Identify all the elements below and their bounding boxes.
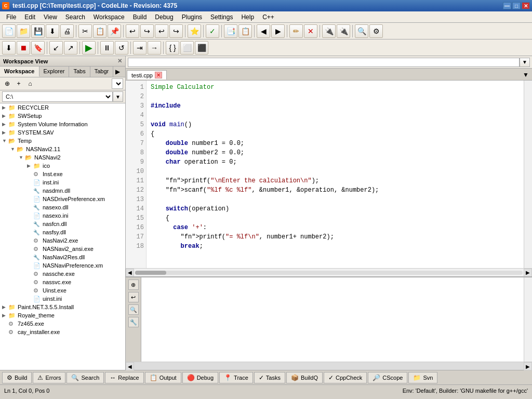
tree-item[interactable]: ▶ Uinst.exe [0, 286, 125, 295]
tab-close-button[interactable]: ✕ [155, 72, 162, 78]
path-select[interactable]: C:\ [2, 91, 113, 102]
tree-item[interactable]: ▶ nasdmn.dll [0, 187, 125, 195]
tree-item[interactable]: ▶ NasNavi2Res.dll [0, 253, 125, 261]
tree-item[interactable]: ▶ nasexo.dll [0, 203, 125, 211]
step-over-button[interactable]: → [148, 41, 161, 55]
tab-workspace[interactable]: Workspace [0, 66, 39, 77]
menu-file[interactable]: File [2, 12, 20, 22]
run-button[interactable]: ▶ [82, 41, 96, 55]
menu-edit[interactable]: Edit [20, 12, 39, 22]
tree-item[interactable]: ▶ RECYCLER [0, 103, 125, 112]
status-tab-cscope[interactable]: 🔎 CScope [368, 372, 407, 383]
bp-btn-wrench[interactable]: 🔧 [128, 317, 139, 327]
tree-item[interactable]: ▶ SYSTEM.SAV [0, 128, 125, 137]
status-tab-debug[interactable]: 🔴 Debug [182, 372, 218, 383]
menu-view[interactable]: View [39, 12, 61, 22]
menu-search[interactable]: Search [61, 12, 89, 22]
ws-btn-home[interactable]: ⌂ [25, 78, 35, 89]
tree-item[interactable]: ▶ nasexo.ini [0, 211, 125, 220]
save-button[interactable]: 💾 [31, 24, 45, 38]
plugin1-button[interactable]: 🔌 [322, 24, 336, 38]
menu-help[interactable]: Help [237, 12, 258, 22]
status-tab-replace[interactable]: ↔ Replace [105, 372, 143, 383]
tree-item[interactable]: ▼ NASNavi2.11 [0, 145, 125, 153]
tree-item[interactable]: ▶ NASNaviPreference.xm [0, 261, 125, 270]
tree-item[interactable]: ▶ cay_installer.exe [0, 328, 125, 336]
tree-item[interactable]: ▶ Paint.NET.3.5.5.Install [0, 303, 125, 311]
redo-button[interactable]: ↪ [140, 24, 154, 38]
status-tab-tasks[interactable]: ✓ Tasks [254, 372, 285, 383]
tree-item[interactable]: ▶ Royale_theme [0, 311, 125, 320]
bottom-vertical-scrollbar[interactable] [524, 277, 532, 362]
pause-button[interactable]: ⏸ [100, 41, 114, 55]
tree-item[interactable]: ▶ Inst.exe [0, 170, 125, 178]
status-tab-output[interactable]: 📋 Output [145, 372, 181, 383]
bp-btn-search[interactable]: 🔍 [128, 304, 139, 315]
ws-dropdown[interactable] [112, 78, 123, 89]
menu-workspace[interactable]: Workspace [89, 12, 129, 22]
format-button[interactable]: ⬜ [180, 41, 194, 55]
prev-button[interactable]: ◀ [257, 24, 270, 38]
bottom-hscroll-left-button[interactable]: ◀ [126, 362, 134, 370]
tab-tabs[interactable]: Tabs [69, 66, 90, 77]
plugin2-button[interactable]: 🔌 [337, 24, 350, 38]
settings-toolbar-button[interactable]: ⚙ [369, 24, 383, 38]
save-all-button[interactable]: ⬇ [46, 24, 59, 38]
status-tab-build[interactable]: ⚙ Build [2, 372, 32, 383]
menu-debug[interactable]: Debug [151, 12, 177, 22]
tree-item[interactable]: ▶ 7z465.exe [0, 320, 125, 328]
hscroll-left-button[interactable]: ◀ [126, 269, 134, 277]
tree-item[interactable]: ▶ ico [0, 162, 125, 170]
status-tab-errors[interactable]: ⚠ Errors [33, 372, 65, 383]
maximize-button[interactable]: □ [512, 2, 521, 9]
tree-item[interactable]: ▶ System Volume Information [0, 120, 125, 128]
tree-item[interactable]: ▶ nasfsy.dll [0, 228, 125, 236]
tab-explorer[interactable]: Explorer [39, 66, 70, 77]
hscroll-track[interactable] [135, 271, 523, 275]
menu-cpp[interactable]: C++ [258, 12, 278, 22]
editor-vertical-scrollbar[interactable] [524, 81, 532, 268]
undo-button[interactable]: ↩ [126, 24, 139, 38]
brace-match-button[interactable]: { } [166, 41, 179, 55]
bottom-hscroll-right-button[interactable]: ▶ [524, 362, 532, 370]
pencil-button[interactable]: ✏ [289, 24, 303, 38]
undo2-button[interactable]: ↩ [155, 24, 168, 38]
redo2-button[interactable]: ↪ [169, 24, 183, 38]
ws-btn-2[interactable]: + [14, 78, 24, 89]
editor-tabs-more-button[interactable]: ▼ [521, 70, 531, 80]
tree-item[interactable]: ▶ nassvc.exe [0, 278, 125, 286]
code-content[interactable]: Simple Calculator #include void main(){ … [147, 81, 524, 268]
status-tab-trace[interactable]: 📍 Trace [219, 372, 253, 383]
next-button[interactable]: ▶ [271, 24, 285, 38]
step-into-button[interactable]: ⇥ [133, 41, 147, 55]
open-button[interactable]: 📁 [17, 24, 30, 38]
tree-item[interactable]: ▶ inst.ini [0, 178, 125, 187]
status-tab-cppcheck[interactable]: ✓ CppCheck [324, 372, 367, 383]
tree-item[interactable]: ▶ nasfcn.dll [0, 220, 125, 228]
bp-btn-2[interactable]: ↩ [128, 292, 139, 302]
hscroll-right-button[interactable]: ▶ [524, 269, 532, 277]
filter-dropdown-button[interactable]: ▼ [520, 58, 530, 67]
menu-plugins[interactable]: Plugins [178, 12, 206, 22]
cut-button[interactable]: ✂ [78, 24, 92, 38]
tree-item[interactable]: ▶ uinst.ini [0, 295, 125, 303]
bookmark-button[interactable]: ⭐ [188, 24, 201, 38]
print-button[interactable]: 🖨 [60, 24, 74, 38]
stop-button[interactable]: ✕ [304, 24, 317, 38]
bp-btn-1[interactable]: ⊕ [128, 280, 139, 290]
left-panel-close-button[interactable]: ✕ [117, 58, 122, 64]
search-toolbar-button[interactable]: 🔍 [355, 24, 368, 38]
tree-item[interactable]: ▼ NASNavi2 [0, 153, 125, 162]
status-tab-search[interactable]: 🔍 Search [66, 372, 104, 383]
nav-stop-button[interactable]: ⏹ [17, 41, 30, 55]
nav-back-button[interactable]: ⬇ [2, 41, 16, 55]
status-tab-buildq[interactable]: 📦 BuildQ [286, 372, 323, 383]
ws-btn-1[interactable]: ⊕ [2, 78, 12, 89]
tree-item[interactable]: ▶ NASNavi2_ansi.exe [0, 245, 125, 253]
bottom-hscroll-track[interactable] [134, 362, 524, 370]
tree-item[interactable]: ▶ NasNavi2.exe [0, 236, 125, 245]
copy-button[interactable]: 📋 [93, 24, 107, 38]
close-button[interactable]: ✕ [522, 2, 530, 9]
format2-button[interactable]: ⬛ [195, 41, 208, 55]
tab-tabgroup[interactable]: Tabgr [90, 66, 114, 77]
